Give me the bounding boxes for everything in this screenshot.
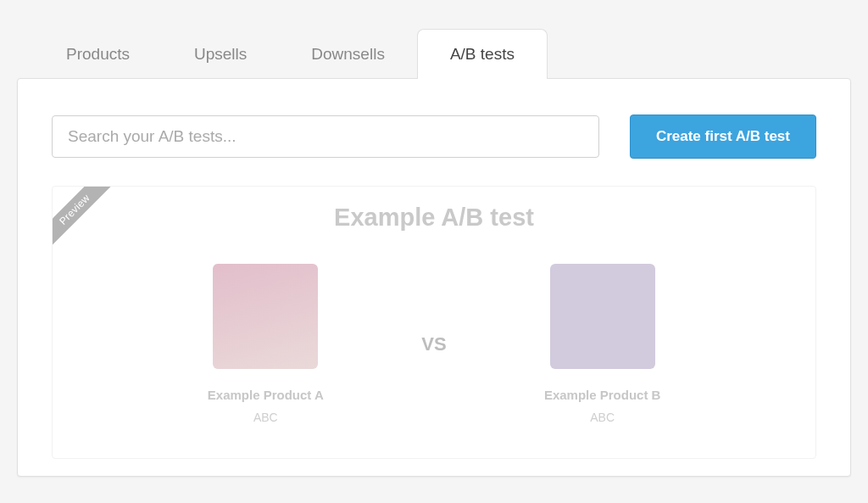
product-a-swatch: [213, 264, 318, 369]
product-b-swatch: [550, 264, 655, 369]
tab-bar: Products Upsells Downsells A/B tests: [17, 29, 851, 79]
example-ab-test-card: Preview Example A/B test Example Product…: [52, 186, 816, 459]
vs-label: VS: [421, 333, 446, 355]
create-ab-test-button[interactable]: Create first A/B test: [630, 115, 816, 159]
tab-products[interactable]: Products: [34, 29, 162, 79]
tab-downsells[interactable]: Downsells: [279, 29, 417, 79]
tab-panel: Create first A/B test Preview Example A/…: [17, 78, 851, 477]
card-title: Example A/B test: [86, 204, 782, 232]
comparison-row: Example Product A ABC VS Example Product…: [86, 264, 782, 424]
product-a: Example Product A ABC: [155, 264, 376, 424]
product-a-name: Example Product A: [208, 388, 324, 402]
product-a-code: ABC: [253, 411, 278, 424]
product-b-name: Example Product B: [544, 388, 661, 402]
toolbar: Create first A/B test: [52, 115, 816, 159]
tab-upsells[interactable]: Upsells: [162, 29, 279, 79]
product-b: Example Product B ABC: [492, 264, 713, 424]
tab-ab-tests[interactable]: A/B tests: [417, 29, 548, 79]
search-input[interactable]: [52, 115, 599, 158]
product-b-code: ABC: [590, 411, 615, 424]
